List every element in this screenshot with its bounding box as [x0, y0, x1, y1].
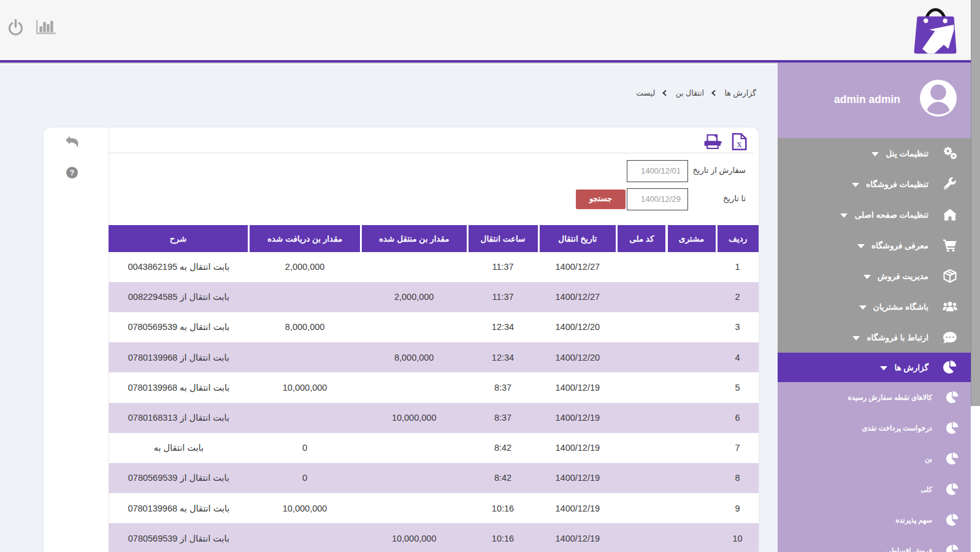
svg-text:x: x — [737, 138, 742, 150]
svg-text:?: ? — [70, 168, 75, 177]
